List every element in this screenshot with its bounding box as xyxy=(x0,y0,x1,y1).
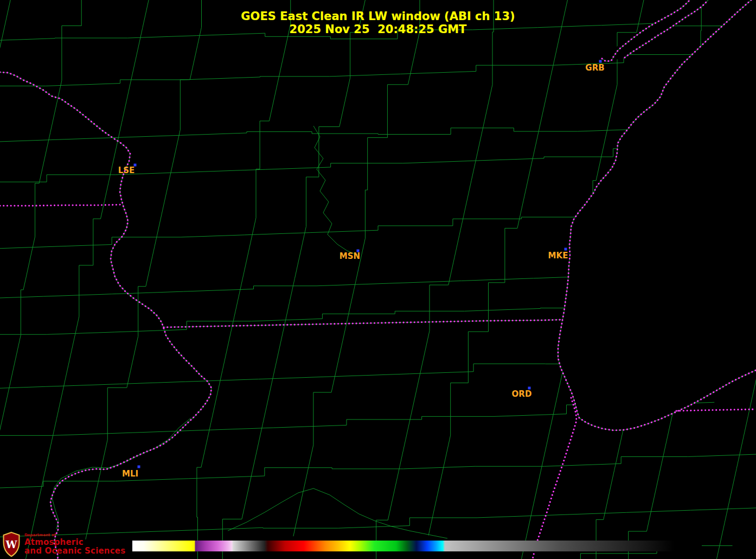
station-label-ord: ORD xyxy=(512,389,532,399)
stations-layer: GRBLSEMSNMKEORDMLI xyxy=(118,60,605,479)
county-line-vertical xyxy=(376,0,505,559)
station-mke: MKE xyxy=(548,248,568,261)
station-lse: LSE xyxy=(118,164,137,176)
uw-crest-icon: W xyxy=(2,531,21,557)
county-line-horizontal xyxy=(0,52,756,88)
svg-text:W: W xyxy=(5,538,18,550)
temperature-colorbar xyxy=(132,541,702,551)
station-dot-mke xyxy=(565,248,567,251)
logo-text: Department of Atmospheric and Oceanic Sc… xyxy=(24,533,125,556)
county-line-vertical xyxy=(0,0,87,530)
station-dot-mli xyxy=(138,466,140,468)
county-line-vertical xyxy=(293,0,428,536)
satellite-image-viewport: GRBLSEMSNMKEORDMLI GOES East Clean IR LW… xyxy=(0,0,756,559)
county-line-vertical xyxy=(86,0,221,539)
county-line-horizontal xyxy=(0,454,756,488)
county-line-vertical xyxy=(0,0,15,559)
goes-ir-map: GRBLSEMSNMKEORDMLI xyxy=(0,0,756,559)
station-label-mke: MKE xyxy=(548,251,568,261)
wisconsin-river xyxy=(313,126,358,255)
station-dot-grb xyxy=(599,60,602,63)
county-line-vertical xyxy=(428,0,572,536)
county-line-vertical xyxy=(222,0,370,559)
lower-meander xyxy=(228,488,447,538)
station-mli: MLI xyxy=(122,466,140,479)
logo-line-2: and Oceanic Sciences xyxy=(24,547,125,556)
mississippi-river-lower-shoreline xyxy=(50,328,212,559)
station-grb: GRB xyxy=(585,60,604,73)
station-label-lse: LSE xyxy=(118,166,135,175)
boundary-mississippi-river-upper xyxy=(0,72,164,328)
logo-dept-line: Department of xyxy=(24,533,125,537)
station-label-msn: MSN xyxy=(339,251,360,261)
station-label-grb: GRB xyxy=(585,63,604,73)
station-ord: ORD xyxy=(512,387,532,399)
uw-aos-logo: W Department of Atmospheric and Oceanic … xyxy=(2,531,125,557)
boundary-in-mi-state-border xyxy=(676,409,756,411)
boundary-mississippi-river-lower xyxy=(50,328,212,559)
boundary-mn-ia-state-border xyxy=(0,205,120,206)
mississippi-river-upper-shoreline xyxy=(0,72,164,328)
station-label-mli: MLI xyxy=(122,469,138,479)
station-msn: MSN xyxy=(339,250,360,262)
county-line-vertical xyxy=(197,0,297,559)
